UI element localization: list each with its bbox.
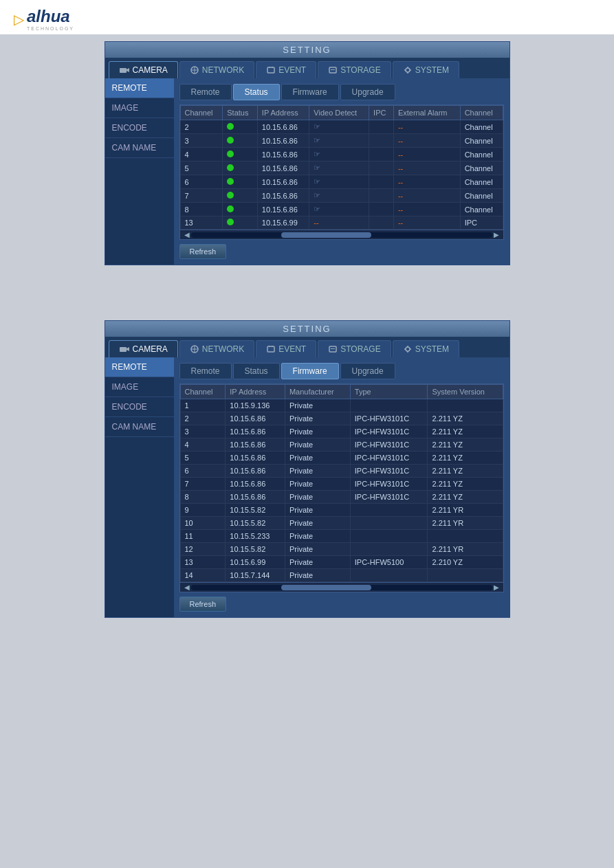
scrollbar-1[interactable]: ◀ ▶ — [179, 230, 504, 240]
panel-1: SETTING CAMERA NETWORK EVENT STORAGE SYS… — [105, 41, 510, 265]
cell-ip: 10.15.6.86 — [257, 120, 309, 134]
svg-marker-16 — [127, 347, 129, 351]
svg-rect-24 — [331, 348, 335, 349]
tab-storage-2[interactable]: STORAGE — [318, 340, 391, 357]
cell-type: IPC-HFW3101C — [350, 438, 428, 452]
cell-channel: 7 — [180, 189, 223, 203]
cell-ip: 10.15.5.82 — [226, 517, 285, 530]
sidebar-encode-1[interactable]: ENCODE — [105, 118, 174, 138]
cell-channel: 12 — [180, 543, 226, 556]
logo-brand: alhua — [27, 7, 70, 26]
cell-manufacturer: Private — [285, 478, 350, 491]
cell-external-alarm: -- — [393, 203, 460, 216]
subtab-remote-2[interactable]: Remote — [179, 363, 232, 379]
cell-manufacturer: Private — [285, 504, 350, 517]
cell-version: 2.211 YZ — [428, 465, 503, 478]
sidebar-image-1[interactable]: IMAGE — [105, 98, 174, 118]
scroll-thumb-1[interactable] — [281, 232, 371, 238]
cell-type: IPC-HFW3101C — [350, 452, 428, 465]
subtab-status-2[interactable]: Status — [233, 363, 280, 379]
cell-ipc — [369, 216, 394, 230]
cell-version: 2.211 YZ — [428, 412, 503, 425]
panel-2: SETTING CAMERA NETWORK EVENT STORAGE SYS… — [105, 320, 510, 618]
storage-icon-2 — [328, 345, 338, 353]
tab-camera-2[interactable]: CAMERA — [109, 340, 178, 357]
table-row: 410.15.6.86PrivateIPC-HFW3101C2.211 YZ — [180, 438, 503, 452]
person-icon: ☞ — [314, 122, 320, 131]
cell-ip: 10.15.6.99 — [226, 556, 285, 569]
cell-ip: 10.15.6.86 — [226, 478, 285, 491]
tab-event-1[interactable]: EVENT — [256, 61, 316, 78]
dash-icon: -- — [314, 219, 318, 227]
cell-ipc — [369, 189, 394, 203]
sidebar-camname-1[interactable]: CAM NAME — [105, 138, 174, 158]
panel-2-title: SETTING — [105, 321, 509, 337]
scroll-left-icon-2[interactable]: ◀ — [183, 583, 191, 591]
scroll-left-icon[interactable]: ◀ — [183, 231, 191, 238]
scroll-track-1[interactable] — [191, 232, 492, 238]
subtab-status-1[interactable]: Status — [233, 84, 280, 100]
network-icon — [190, 66, 199, 74]
cell-type — [350, 569, 428, 582]
table-row: 1310.15.6.99PrivateIPC-HFW51002.210 YZ — [180, 556, 503, 569]
cell-manufacturer: Private — [285, 465, 350, 478]
cell-type: IPC-HFW3101C — [350, 425, 428, 438]
tab-event-2[interactable]: EVENT — [256, 340, 316, 357]
person-icon: ☞ — [314, 150, 320, 158]
cell-channel: 9 — [180, 504, 226, 517]
subtab-upgrade-2[interactable]: Upgrade — [340, 363, 395, 379]
table-row: 1410.15.7.144Private — [180, 569, 503, 582]
cell-type: Channel — [460, 175, 503, 189]
sidebar-camname-2[interactable]: CAM NAME — [105, 417, 174, 437]
svg-point-10 — [406, 68, 410, 72]
cell-manufacturer: Private — [285, 569, 350, 582]
refresh-button-1[interactable]: Refresh — [179, 244, 227, 259]
tab-network-1[interactable]: NETWORK — [179, 61, 254, 78]
cell-ip: 10.15.6.99 — [257, 216, 309, 230]
tab-storage-1[interactable]: STORAGE — [318, 61, 391, 78]
table-row: 810.15.6.86☞--Channel — [180, 203, 503, 216]
sidebar-remote-2[interactable]: REMOTE — [105, 357, 174, 377]
scroll-right-icon[interactable]: ▶ — [492, 231, 501, 238]
subtab-firmware-2[interactable]: Firmware — [281, 363, 339, 379]
subtab-remote-1[interactable]: Remote — [179, 84, 232, 100]
cell-channel: 6 — [180, 465, 226, 478]
cell-manufacturer: Private — [285, 399, 350, 412]
cell-manufacturer: Private — [285, 452, 350, 465]
scroll-track-2[interactable] — [191, 585, 492, 590]
content-2: Remote Status Firmware Upgrade Channel I… — [174, 357, 509, 617]
tab-system-2[interactable]: SYSTEM — [393, 340, 459, 357]
cell-ip: 10.15.6.86 — [257, 203, 309, 216]
sidebar-encode-2[interactable]: ENCODE — [105, 397, 174, 417]
cell-external-alarm: -- — [393, 162, 460, 175]
cell-type: Channel — [460, 203, 503, 216]
scroll-thumb-2[interactable] — [281, 585, 371, 590]
logo-subtitle: TECHNOLOGY — [27, 26, 74, 31]
scroll-right-icon-2[interactable]: ▶ — [492, 583, 501, 591]
tab-camera-1[interactable]: CAMERA — [109, 61, 178, 78]
tab-system-1[interactable]: SYSTEM — [393, 61, 459, 78]
refresh-button-2[interactable]: Refresh — [179, 597, 227, 612]
cell-type — [350, 543, 428, 556]
cell-status — [223, 216, 258, 230]
cell-channel: 10 — [180, 517, 226, 530]
cell-type — [350, 504, 428, 517]
svg-rect-20 — [267, 346, 274, 352]
cell-type: IPC-HFW5100 — [350, 556, 428, 569]
col-type: Channel — [460, 106, 503, 120]
table-row: 810.15.6.86PrivateIPC-HFW3101C2.211 YZ — [180, 491, 503, 504]
cell-external-alarm: -- — [393, 189, 460, 203]
cell-external-alarm: -- — [393, 134, 460, 148]
sidebar-remote-1[interactable]: REMOTE — [105, 78, 174, 98]
subtab-firmware-1[interactable]: Firmware — [281, 84, 339, 100]
cell-ipc — [369, 162, 394, 175]
cell-manufacturer: Private — [285, 543, 350, 556]
svg-point-25 — [406, 347, 410, 351]
scrollbar-2[interactable]: ◀ ▶ — [179, 583, 504, 592]
tab-network-2[interactable]: NETWORK — [179, 340, 254, 357]
sidebar-image-2[interactable]: IMAGE — [105, 377, 174, 397]
subtab-upgrade-1[interactable]: Upgrade — [340, 84, 395, 100]
table-row: 410.15.6.86☞--Channel — [180, 148, 503, 162]
cell-video-detect: ☞ — [309, 120, 369, 134]
cell-ip: 10.15.6.86 — [257, 162, 309, 175]
